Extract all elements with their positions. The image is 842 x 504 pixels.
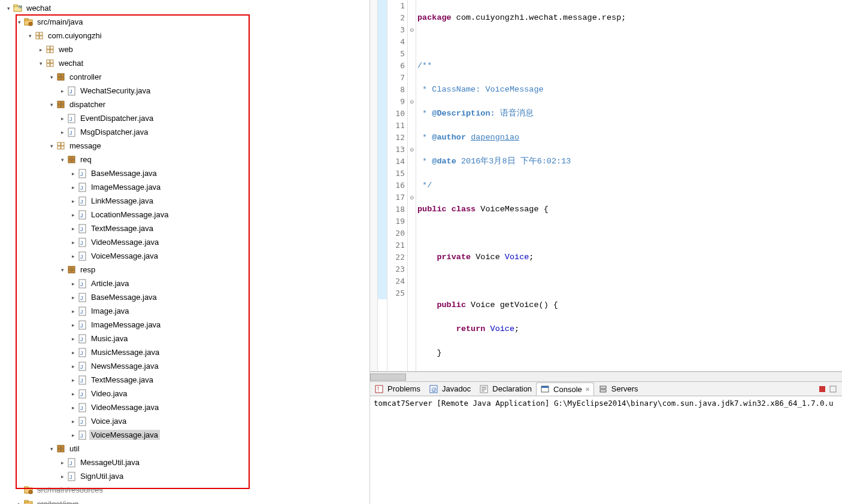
tree-pkg-web[interactable]: ▸ web bbox=[4, 42, 369, 56]
expand-icon[interactable]: ▾ bbox=[47, 446, 56, 452]
expand-icon[interactable]: ▸ bbox=[68, 363, 78, 369]
expand-icon[interactable]: ▸ bbox=[68, 350, 78, 356]
tree-file[interactable]: ▸JSignUtil.java bbox=[4, 469, 369, 483]
expand-icon[interactable]: ▸ bbox=[68, 322, 78, 328]
code-token: */ bbox=[417, 181, 432, 190]
line-number: 12 bbox=[387, 132, 405, 144]
toolbar-button[interactable] bbox=[829, 385, 837, 393]
expand-icon[interactable]: ▸ bbox=[68, 294, 78, 300]
expand-icon[interactable]: ▾ bbox=[47, 102, 56, 108]
tree-file[interactable]: ▸JTextMessage.java bbox=[4, 373, 369, 387]
java-file-icon: J bbox=[78, 334, 87, 344]
scrollbar-thumb[interactable] bbox=[370, 374, 406, 381]
expand-icon[interactable]: ▸ bbox=[57, 116, 67, 122]
tab-declaration[interactable]: Declaration bbox=[475, 382, 536, 396]
tree-file[interactable]: ▸JTextMessage.java bbox=[4, 221, 369, 235]
tree-file[interactable]: ▸JVideoMessage.java bbox=[4, 400, 369, 414]
tree-file[interactable]: ▸JBaseMessage.java bbox=[4, 166, 369, 180]
expand-icon[interactable]: ▸ bbox=[57, 473, 67, 479]
expand-icon[interactable]: ▸ bbox=[68, 281, 78, 287]
expand-icon[interactable]: ▸ bbox=[57, 88, 67, 94]
expand-icon[interactable]: ▸ bbox=[57, 129, 67, 135]
tree-file[interactable]: ▸JImageMessage.java bbox=[4, 318, 369, 332]
expand-icon[interactable]: ▸ bbox=[68, 308, 78, 314]
tab-console[interactable]: Console ✕ bbox=[536, 382, 594, 396]
tree-file[interactable]: ▸JLocationMessage.java bbox=[4, 208, 369, 221]
editor-horizontal-scrollbar[interactable] bbox=[370, 372, 842, 381]
expand-icon[interactable]: ▾ bbox=[4, 5, 13, 11]
java-file-icon: J bbox=[78, 348, 87, 357]
tree-label: Video.java bbox=[89, 388, 129, 399]
expand-icon[interactable]: ▸ bbox=[68, 432, 78, 438]
tree-file[interactable]: ▸JMessageUtil.java bbox=[4, 456, 369, 469]
tree-file[interactable]: ▸JBaseMessage.java bbox=[4, 290, 369, 304]
expand-icon[interactable]: ▸ bbox=[68, 336, 78, 342]
expand-icon[interactable]: ▸ bbox=[14, 501, 24, 505]
tree-pkg-resp[interactable]: ▾ resp bbox=[4, 263, 369, 277]
code-editor[interactable]: 1 2 3 4 5 6 7 8 9 10 11 12 13 14 15 16 1… bbox=[370, 0, 842, 372]
expand-icon[interactable]: ▸ bbox=[68, 184, 78, 190]
project-icon: M bbox=[13, 4, 23, 13]
expand-icon[interactable]: ▾ bbox=[57, 157, 67, 163]
tree-file[interactable]: ▸JMusicMessage.java bbox=[4, 345, 369, 359]
tree-file[interactable]: ▸JVideoMessage.java bbox=[4, 235, 369, 249]
expand-icon[interactable]: ▸ bbox=[68, 239, 78, 245]
code-content[interactable]: package com.cuiyongzhi.wechat.message.re… bbox=[416, 0, 842, 371]
expand-icon[interactable]: ▸ bbox=[68, 226, 78, 232]
marker-bar[interactable] bbox=[378, 0, 387, 371]
tree-src-main-resources[interactable]: ▸ src/main/resources bbox=[4, 483, 369, 497]
tree-pkg-wechat[interactable]: ▾ wechat bbox=[4, 56, 369, 70]
console-output[interactable]: tomcat7Server [Remote Java Application] … bbox=[370, 396, 842, 504]
package-icon bbox=[46, 59, 55, 68]
tree-pkg-dispatcher[interactable]: ▾ dispatcher bbox=[4, 98, 369, 111]
tree-pkg-util[interactable]: ▾ util bbox=[4, 442, 369, 456]
project-tree[interactable]: ▾ M wechat ▾ src/main/java ▾ com.cuiyong… bbox=[0, 0, 369, 504]
close-icon[interactable]: ✕ bbox=[585, 386, 590, 393]
expand-icon[interactable]: ▾ bbox=[47, 74, 56, 80]
tree-file-wechatsecurity[interactable]: ▸ J WechatSecurity.java bbox=[4, 84, 369, 98]
expand-icon[interactable]: ▾ bbox=[25, 33, 35, 39]
svg-rect-26 bbox=[57, 105, 60, 108]
terminate-button[interactable] bbox=[818, 385, 826, 393]
tab-servers[interactable]: Servers bbox=[594, 382, 643, 396]
tree-pkg-message[interactable]: ▾ message bbox=[4, 139, 369, 153]
tree-file[interactable]: ▸JNewsMessage.java bbox=[4, 359, 369, 373]
expand-icon[interactable]: ▸ bbox=[68, 253, 78, 259]
expand-icon[interactable]: ▸ bbox=[68, 171, 78, 177]
expand-icon[interactable]: ▸ bbox=[68, 405, 78, 411]
expand-icon[interactable]: ▾ bbox=[14, 19, 24, 25]
tree-file-voicemessage-selected[interactable]: ▸JVoiceMessage.java bbox=[4, 428, 369, 442]
tree-pkg-controller[interactable]: ▾ controller bbox=[4, 70, 369, 84]
tree-file-eventdispatcher[interactable]: ▸JEventDispatcher.java bbox=[4, 111, 369, 125]
expand-icon[interactable]: ▸ bbox=[68, 198, 78, 204]
tree-file[interactable]: ▸JArticle.java bbox=[4, 277, 369, 290]
tree-file[interactable]: ▸JLinkMessage.java bbox=[4, 194, 369, 208]
expand-icon[interactable]: ▸ bbox=[68, 212, 78, 218]
tree-file-msgdispatcher[interactable]: ▸JMsgDispatcher.java bbox=[4, 125, 369, 139]
expand-icon[interactable]: ▾ bbox=[57, 267, 67, 273]
expand-icon[interactable]: ▾ bbox=[36, 60, 46, 66]
tree-file[interactable]: ▸JVoice.java bbox=[4, 414, 369, 428]
expand-icon[interactable]: ▸ bbox=[68, 418, 78, 424]
tree-pkg-com-cuiyongzhi[interactable]: ▾ com.cuiyongzhi bbox=[4, 29, 369, 42]
expand-icon[interactable]: ▸ bbox=[68, 377, 78, 383]
tree-src-test-java[interactable]: ▸ src/test/java bbox=[4, 497, 369, 504]
folding-column[interactable]: ⊖ ⊖ ⊖ ⊖ bbox=[408, 0, 416, 371]
overview-ruler[interactable] bbox=[370, 0, 378, 371]
tree-file[interactable]: ▸JImageMessage.java bbox=[4, 180, 369, 194]
expand-icon[interactable]: ▸ bbox=[36, 47, 46, 53]
tree-pkg-req[interactable]: ▾ req bbox=[4, 153, 369, 166]
tree-src-main-java[interactable]: ▾ src/main/java bbox=[4, 15, 369, 29]
package-explorer[interactable]: ▾ M wechat ▾ src/main/java ▾ com.cuiyong… bbox=[0, 0, 370, 504]
expand-icon[interactable]: ▸ bbox=[57, 460, 67, 466]
expand-icon[interactable]: ▸ bbox=[68, 391, 78, 397]
tree-file[interactable]: ▸JImage.java bbox=[4, 304, 369, 318]
line-number-gutter[interactable]: 1 2 3 4 5 6 7 8 9 10 11 12 13 14 15 16 1… bbox=[387, 0, 408, 371]
tab-problems[interactable]: ! Problems bbox=[370, 382, 425, 396]
tree-file[interactable]: ▸JMusic.java bbox=[4, 332, 369, 345]
tree-file[interactable]: ▸JVideo.java bbox=[4, 387, 369, 400]
expand-icon[interactable]: ▾ bbox=[47, 143, 56, 149]
tab-javadoc[interactable]: @ Javadoc bbox=[425, 382, 475, 396]
tree-file[interactable]: ▸JVoiceMessage.java bbox=[4, 249, 369, 263]
tree-project-wechat[interactable]: ▾ M wechat bbox=[4, 1, 369, 15]
